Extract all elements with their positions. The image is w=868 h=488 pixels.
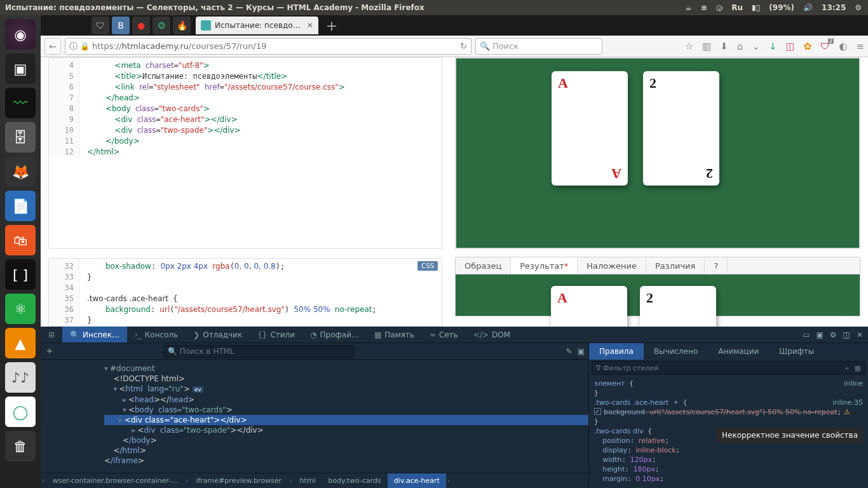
- edit-html-icon[interactable]: ✎: [566, 347, 573, 356]
- tab-icon-flame[interactable]: 🔥: [173, 17, 191, 34]
- devtools-tab-console[interactable]: ›_Консоль: [127, 327, 186, 342]
- preview-tab-diff[interactable]: Различия: [646, 257, 705, 274]
- info-icon[interactable]: ⓘ: [69, 41, 78, 52]
- devtools-close-icon[interactable]: ✕: [857, 330, 863, 339]
- new-tab-button[interactable]: +: [326, 18, 337, 34]
- bookmark-star-icon[interactable]: ☆: [685, 41, 693, 52]
- breadcrumb-item[interactable]: iframe#preview.browser: [189, 473, 288, 488]
- devtools-responsive-icon[interactable]: ▣: [816, 330, 823, 339]
- firefox-icon[interactable]: 🦊: [5, 156, 36, 187]
- addon1-icon[interactable]: ↓: [769, 41, 777, 52]
- animations-tab[interactable]: Анимации: [708, 343, 769, 360]
- devtools-tab-profiler[interactable]: ◔Профай…: [302, 327, 367, 342]
- addon2-icon[interactable]: ◫: [786, 41, 795, 52]
- html-code[interactable]: <meta charset="utf-8"> <title>Испытание:…: [82, 58, 442, 160]
- css-rules-pane[interactable]: элемент {inline } .two-cards .ace-heart …: [589, 376, 868, 486]
- card-rank-tl: 2: [649, 75, 656, 92]
- css-editor[interactable]: CSS 323334353637 box-shadow: 0px 2px 4px…: [48, 258, 442, 327]
- home-icon[interactable]: ⌂: [737, 41, 743, 52]
- card-ace-heart: A A: [552, 71, 628, 186]
- rule-checkbox[interactable]: [594, 408, 601, 415]
- back-button[interactable]: ←: [44, 38, 61, 55]
- breadcrumb-next-icon[interactable]: ›: [446, 477, 451, 485]
- ublock-icon[interactable]: 🛡2: [820, 41, 830, 52]
- settings-icon[interactable]: ⚙: [855, 3, 862, 12]
- tab-icon-record[interactable]: ●: [132, 17, 150, 34]
- files-icon[interactable]: 🗄: [5, 122, 36, 152]
- search-input[interactable]: 🔍 Поиск: [475, 38, 602, 55]
- browser-toolbar: ← ⓘ 🔒 https://htmlacademy.ru/courses/57/…: [41, 36, 868, 57]
- addon4-icon[interactable]: ◐: [839, 41, 847, 52]
- hamburger-menu-icon[interactable]: ≡: [856, 41, 864, 52]
- terminal-icon[interactable]: ▣: [5, 53, 36, 84]
- devtools-settings-icon[interactable]: ⚙: [830, 330, 837, 339]
- preview-tab-help[interactable]: ?: [705, 257, 728, 274]
- devtools-tab-debugger[interactable]: ❯Отладчик: [186, 327, 250, 342]
- html-editor[interactable]: 456789101112 <meta charset="utf-8"> <tit…: [48, 57, 442, 249]
- url-input[interactable]: ⓘ 🔒 https://htmlacademy.ru/courses/57/ru…: [65, 38, 471, 55]
- keyboard-layout[interactable]: Ru: [731, 3, 743, 12]
- devtools-tab-memory[interactable]: ▦Память: [367, 327, 422, 342]
- devtools-html-search[interactable]: 🔍 Поиск в HTML: [163, 345, 354, 358]
- close-tab-icon[interactable]: ✕: [307, 21, 313, 30]
- addon3-icon[interactable]: ✿: [804, 41, 812, 52]
- rules-tab[interactable]: Правила: [589, 343, 644, 360]
- preview-tab-result[interactable]: Результат*: [511, 257, 578, 274]
- library-icon[interactable]: ▥: [702, 41, 711, 52]
- clock[interactable]: 13:25: [822, 3, 846, 12]
- css-gutter: 323334353637: [49, 259, 79, 326]
- pocket-icon[interactable]: ⌄: [752, 41, 760, 52]
- devtools-tab-network[interactable]: ≈Сеть: [422, 327, 466, 342]
- breadcrumb-prev-icon[interactable]: ‹: [41, 477, 46, 485]
- breadcrumb-item[interactable]: body.two-cards: [322, 473, 388, 488]
- devtools-tab-inspector[interactable]: 🔍Инспек…: [62, 327, 127, 342]
- writer-icon[interactable]: 📄: [5, 191, 36, 221]
- app-icon[interactable]: ◯: [5, 396, 36, 427]
- wifi-icon[interactable]: ◶: [716, 3, 722, 12]
- card-rank-br: A: [611, 165, 621, 182]
- software-icon[interactable]: 🛍: [5, 225, 36, 255]
- trash-icon[interactable]: 🗑: [5, 431, 36, 461]
- tab-icon-shield[interactable]: 🛡: [92, 17, 109, 34]
- card-two-spade: 2 2: [643, 71, 719, 186]
- caffeine-icon[interactable]: ☕: [685, 3, 692, 12]
- preview-top: A A 2 2: [455, 57, 860, 249]
- css-badge: CSS: [417, 261, 438, 271]
- vlc-icon[interactable]: ▲: [5, 328, 36, 358]
- card-rank-br: 2: [706, 165, 713, 182]
- add-rule-icon[interactable]: ＋ ▦: [843, 363, 861, 373]
- battery-icon[interactable]: ▮▯: [752, 3, 760, 12]
- eyedropper-icon[interactable]: ▣: [578, 347, 585, 356]
- add-element-icon[interactable]: ＋: [44, 344, 55, 358]
- devtools-toolbar: ＋ 🔍 Поиск в HTML ✎ ▣: [41, 343, 588, 360]
- active-tab[interactable]: Испытание: псевдо… ✕: [196, 17, 318, 34]
- tab-icon-green[interactable]: ❂: [153, 17, 170, 34]
- rules-filter-input[interactable]: ∇ Фильтр стилей ＋ ▦: [592, 361, 865, 375]
- warning-icon[interactable]: ⚠: [844, 408, 850, 416]
- devtools-picker[interactable]: ⊞: [41, 327, 62, 342]
- devtools-dock-icon[interactable]: ◫: [843, 330, 850, 339]
- devtools-tab-dom[interactable]: </>DOM: [466, 327, 518, 342]
- volume-icon[interactable]: 🔊: [803, 3, 813, 12]
- breadcrumb-item[interactable]: html: [294, 473, 322, 488]
- breadcrumb-item-active[interactable]: div.ace-heart: [388, 473, 446, 488]
- tab-icon-vk[interactable]: B: [112, 17, 130, 34]
- devtools-tab-styles[interactable]: {}Стили: [250, 327, 302, 342]
- css-code[interactable]: box-shadow: 0px 2px 4px rgba(0, 0, 0, 0.…: [82, 259, 442, 327]
- system-monitor-icon[interactable]: 〰: [5, 88, 36, 118]
- ubuntu-dash-icon[interactable]: ◉: [5, 19, 36, 50]
- preview-tab-overlay[interactable]: Наложение: [578, 257, 646, 274]
- breadcrumb-item[interactable]: wser-container.browser-container-…: [46, 473, 184, 488]
- devtools-dom-tree[interactable]: ▾#document <!DOCTYPE html> ▾<html lang="…: [41, 360, 588, 473]
- download-icon[interactable]: ⬇: [720, 41, 728, 52]
- sound-settings-icon[interactable]: ♪♪: [5, 362, 36, 393]
- preview-tab-sample[interactable]: Образец: [456, 257, 511, 274]
- brackets-icon[interactable]: [ ]: [5, 259, 36, 290]
- devtools-iframe-icon[interactable]: ▭: [803, 330, 810, 339]
- atom-icon[interactable]: ⚛: [5, 294, 36, 324]
- reload-icon[interactable]: ↻: [460, 41, 467, 51]
- tab-label: Испытание: псевдо…: [215, 21, 301, 30]
- menu-icon[interactable]: ≡: [701, 3, 707, 12]
- computed-tab[interactable]: Вычислено: [644, 343, 708, 360]
- fonts-tab[interactable]: Шрифты: [769, 343, 824, 360]
